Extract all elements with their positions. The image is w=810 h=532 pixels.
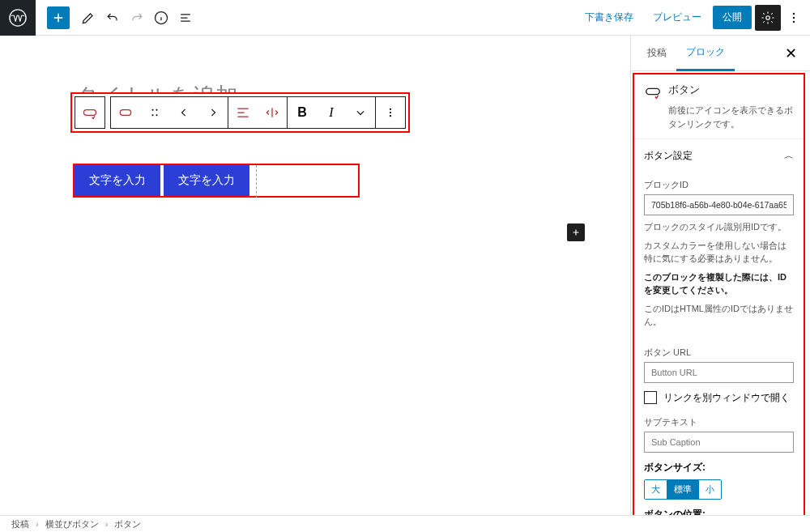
block-id-input[interactable] — [644, 194, 794, 215]
crumb-post[interactable]: 投稿 — [11, 518, 29, 530]
svg-point-4 — [793, 16, 795, 19]
chevron-down-icon — [352, 104, 369, 121]
panel-title: ボタン設定 — [644, 149, 693, 163]
svg-point-3 — [793, 12, 795, 15]
help-text-4: このIDはHTML属性のIDではありません。 — [644, 302, 794, 329]
block-appender-button[interactable] — [567, 223, 585, 241]
edit-tool[interactable] — [76, 6, 100, 30]
align-button[interactable] — [228, 97, 258, 128]
undo-button[interactable] — [100, 6, 125, 30]
drag-handle[interactable] — [140, 97, 169, 128]
sidebar-tabs: 投稿 ブロック ✕ — [631, 36, 810, 71]
svg-point-9 — [156, 109, 158, 111]
settings-button[interactable] — [755, 5, 781, 31]
transform-button[interactable] — [111, 97, 140, 128]
preview-button[interactable]: プレビュー — [645, 6, 710, 29]
help-text-2: カスタムカラーを使用しない場合は特に気にする必要はありません。 — [644, 239, 794, 266]
settings-sidebar: 投稿 ブロック ✕ ボタン 前後にアイコンを表示できるボタンリンクです。 ボタン… — [630, 36, 810, 515]
chevron-up-icon: ︿ — [784, 149, 794, 163]
more-rich-text-button[interactable] — [346, 97, 375, 128]
info-button[interactable] — [149, 6, 173, 30]
plus-icon — [570, 227, 582, 238]
breadcrumb-separator: › — [105, 519, 109, 529]
button-2[interactable]: 文字を入力 — [164, 165, 249, 196]
block-breadcrumb: 投稿 › 横並びボタン › ボタン — [0, 515, 810, 532]
list-view-icon — [177, 10, 194, 26]
top-toolbar-left — [0, 0, 198, 35]
tab-block[interactable]: ブロック — [676, 36, 735, 71]
button-block-icon — [644, 83, 662, 100]
wordpress-logo[interactable] — [0, 0, 36, 36]
svg-point-2 — [766, 15, 770, 19]
publish-button[interactable]: 公開 — [713, 6, 752, 29]
breadcrumb-separator: › — [36, 519, 39, 529]
block-more-button[interactable] — [376, 97, 405, 128]
crumb-button[interactable]: ボタン — [114, 518, 141, 530]
wordpress-icon — [9, 9, 27, 27]
button-block-icon — [82, 104, 98, 121]
block-type-button[interactable] — [75, 97, 104, 128]
add-block-button[interactable] — [47, 6, 70, 29]
move-right-button[interactable] — [198, 97, 228, 128]
block-id-label: ブロックID — [644, 179, 794, 191]
drag-icon — [147, 104, 163, 121]
svg-point-10 — [152, 114, 154, 116]
chevron-right-icon — [205, 104, 221, 121]
kebab-icon — [382, 104, 399, 121]
bold-button[interactable]: B — [288, 97, 317, 128]
move-left-button[interactable] — [169, 97, 198, 128]
kebab-icon — [786, 10, 802, 26]
align-icon — [235, 104, 251, 121]
size-button-group: 大 標準 小 — [644, 479, 722, 500]
position-label: ボタンの位置: — [644, 508, 794, 516]
panel-button-settings[interactable]: ボタン設定 ︿ — [634, 138, 804, 172]
url-label: ボタン URL — [644, 347, 794, 359]
block-card-title: ボタン — [668, 83, 700, 97]
subtext-label: サブテキスト — [644, 416, 794, 428]
help-text-1: ブロックのスタイル識別用IDです。 — [644, 220, 794, 234]
transform-icon — [117, 104, 134, 121]
redo-icon — [129, 10, 145, 26]
block-card-description: 前後にアイコンを表示できるボタンリンクです。 — [634, 104, 804, 138]
editor-canvas[interactable]: タイトルを追加 B I — [0, 36, 630, 515]
subtext-input[interactable] — [644, 432, 794, 453]
buttons-block[interactable]: 文字を入力 文字を入力 — [73, 164, 360, 198]
svg-point-5 — [793, 20, 795, 23]
more-options-button[interactable] — [784, 10, 804, 26]
top-toolbar: 下書き保存 プレビュー 公開 — [0, 0, 810, 36]
plus-icon — [51, 11, 66, 25]
redo-button[interactable] — [125, 6, 149, 30]
size-small[interactable]: 小 — [699, 480, 721, 499]
help-text-3: このブロックを複製した際には、IDを変更してください。 — [644, 270, 794, 297]
top-toolbar-right: 下書き保存 プレビュー 公開 — [577, 5, 810, 31]
size-label: ボタンサイズ: — [644, 461, 794, 475]
svg-rect-7 — [120, 110, 130, 116]
sidebar-close-button[interactable]: ✕ — [778, 41, 804, 66]
new-window-checkbox[interactable] — [644, 391, 657, 404]
button-1[interactable]: 文字を入力 — [75, 165, 160, 196]
svg-rect-6 — [84, 110, 96, 116]
block-card: ボタン — [634, 74, 804, 104]
sidebar-body: ボタン 前後にアイコンを表示できるボタンリンクです。 ボタン設定 ︿ ブロックI… — [633, 73, 805, 515]
tab-post[interactable]: 投稿 — [637, 36, 676, 70]
italic-button[interactable]: I — [317, 97, 346, 128]
width-button[interactable] — [258, 97, 287, 128]
size-standard[interactable]: 標準 — [667, 480, 699, 499]
svg-point-13 — [390, 112, 391, 113]
new-window-row[interactable]: リンクを別ウィンドウで開く — [644, 391, 794, 405]
block-toolbar: B I — [70, 92, 410, 133]
chevron-left-icon — [176, 104, 192, 121]
svg-point-12 — [390, 109, 391, 110]
crumb-buttons-row[interactable]: 横並びボタン — [45, 518, 99, 530]
svg-rect-15 — [646, 88, 660, 94]
save-draft-button[interactable]: 下書き保存 — [577, 6, 642, 29]
panel-body: ブロックID ブロックのスタイル識別用IDです。 カスタムカラーを使用しない場合… — [634, 179, 804, 515]
info-icon — [153, 10, 169, 26]
button-url-input[interactable] — [644, 362, 794, 383]
outline-button[interactable] — [173, 6, 198, 30]
pencil-icon — [80, 10, 96, 26]
main-area: タイトルを追加 B I — [0, 36, 810, 515]
undo-icon — [104, 10, 121, 26]
svg-point-11 — [156, 114, 158, 116]
size-large[interactable]: 大 — [645, 480, 667, 499]
